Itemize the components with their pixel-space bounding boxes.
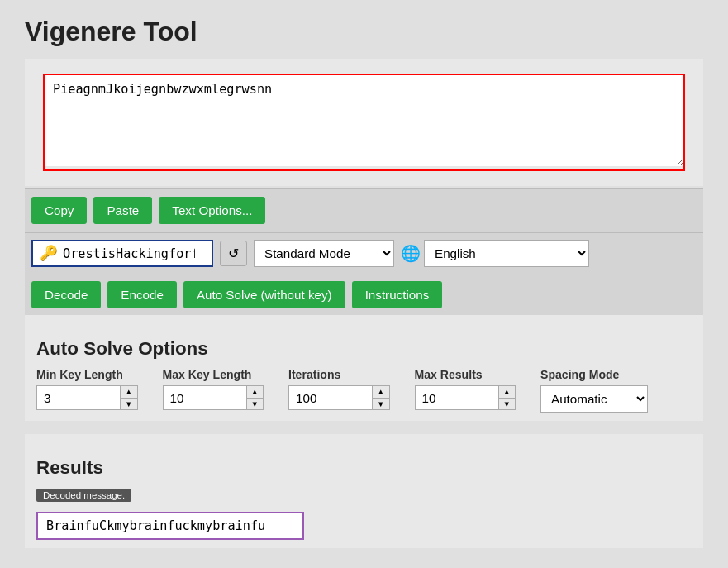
decoded-badge: Decoded message. — [36, 489, 131, 502]
spacing-mode-group: Spacing Mode Automatic Manual None — [540, 368, 648, 413]
copy-button[interactable]: Copy — [31, 197, 87, 224]
max-key-length-up[interactable]: ▲ — [247, 386, 264, 399]
main-text-input[interactable]: PieagnmJkoijegnbwzwxmlegrwsnn — [45, 75, 683, 166]
max-results-label: Max Results — [415, 368, 516, 381]
results-title: Results — [36, 457, 692, 479]
max-key-length-down[interactable]: ▼ — [247, 399, 264, 410]
max-key-length-spinner-btns: ▲ ▼ — [246, 386, 264, 409]
language-select[interactable]: English French German Spanish Italian — [424, 240, 589, 267]
options-grid: Min Key Length ▲ ▼ Max Key Length ▲ ▼ It… — [36, 368, 692, 413]
spacing-mode-select[interactable]: Automatic Manual None — [540, 385, 648, 413]
auto-solve-title: Auto Solve Options — [36, 338, 692, 360]
iterations-down[interactable]: ▼ — [373, 399, 389, 410]
toolbar-row: Copy Paste Text Options... — [25, 188, 703, 232]
results-section: Results Decoded message. — [25, 434, 703, 548]
globe-icon: 🌐 — [401, 244, 421, 263]
iterations-spinner: ▲ ▼ — [288, 385, 390, 410]
min-key-length-up[interactable]: ▲ — [121, 386, 137, 399]
iterations-spinner-btns: ▲ ▼ — [372, 386, 389, 409]
mode-select[interactable]: Standard Mode Autokey Mode Beaufort Mode — [254, 240, 394, 267]
min-key-length-down[interactable]: ▼ — [121, 399, 137, 410]
paste-button[interactable]: Paste — [93, 197, 152, 224]
iterations-group: Iterations ▲ ▼ — [288, 368, 390, 413]
min-key-length-spinner: ▲ ▼ — [36, 385, 138, 410]
min-key-length-group: Min Key Length ▲ ▼ — [36, 368, 138, 413]
max-results-spinner: ▲ ▼ — [415, 385, 516, 410]
page-title: Vigenere Tool — [25, 17, 703, 47]
iterations-label: Iterations — [288, 368, 390, 381]
decode-button[interactable]: Decode — [31, 281, 101, 308]
max-key-length-spinner: ▲ ▼ — [163, 385, 264, 410]
text-options-button[interactable]: Text Options... — [159, 197, 265, 224]
max-results-input[interactable] — [416, 387, 498, 409]
refresh-button[interactable]: ↺ — [220, 241, 247, 266]
action-row: Decode Encode Auto Solve (without key) I… — [25, 274, 703, 315]
result-input[interactable] — [38, 513, 302, 538]
main-textarea-border: PieagnmJkoijegnbwzwxmlegrwsnn — [43, 74, 685, 171]
iterations-input[interactable] — [289, 387, 372, 409]
max-results-up[interactable]: ▲ — [499, 386, 516, 399]
min-key-length-spinner-btns: ▲ ▼ — [120, 386, 137, 409]
key-input[interactable] — [63, 246, 195, 261]
max-key-length-group: Max Key Length ▲ ▼ — [163, 368, 264, 413]
max-results-down[interactable]: ▼ — [499, 399, 516, 410]
lang-select-wrapper: 🌐 English French German Spanish Italian — [401, 240, 589, 267]
main-input-panel: PieagnmJkoijegnbwzwxmlegrwsnn — [25, 59, 703, 186]
auto-solve-panel: Auto Solve Options Min Key Length ▲ ▼ Ma… — [25, 315, 703, 421]
iterations-up[interactable]: ▲ — [373, 386, 389, 399]
max-key-length-label: Max Key Length — [163, 368, 264, 381]
spacing-mode-label: Spacing Mode — [540, 368, 648, 381]
mode-select-wrapper: Standard Mode Autokey Mode Beaufort Mode — [254, 240, 394, 267]
encode-button[interactable]: Encode — [107, 281, 177, 308]
instructions-button[interactable]: Instructions — [352, 281, 443, 308]
key-icon: 🔑 — [40, 245, 58, 262]
min-key-length-label: Min Key Length — [36, 368, 138, 381]
auto-solve-button[interactable]: Auto Solve (without key) — [183, 281, 345, 308]
max-results-group: Max Results ▲ ▼ — [415, 368, 516, 413]
max-results-spinner-btns: ▲ ▼ — [498, 386, 516, 409]
key-input-wrapper: 🔑 — [31, 240, 213, 267]
min-key-length-input[interactable] — [37, 387, 120, 409]
max-key-length-input[interactable] — [164, 387, 246, 409]
result-textarea-wrapper — [36, 512, 304, 540]
key-row: 🔑 ↺ Standard Mode Autokey Mode Beaufort … — [25, 232, 703, 274]
